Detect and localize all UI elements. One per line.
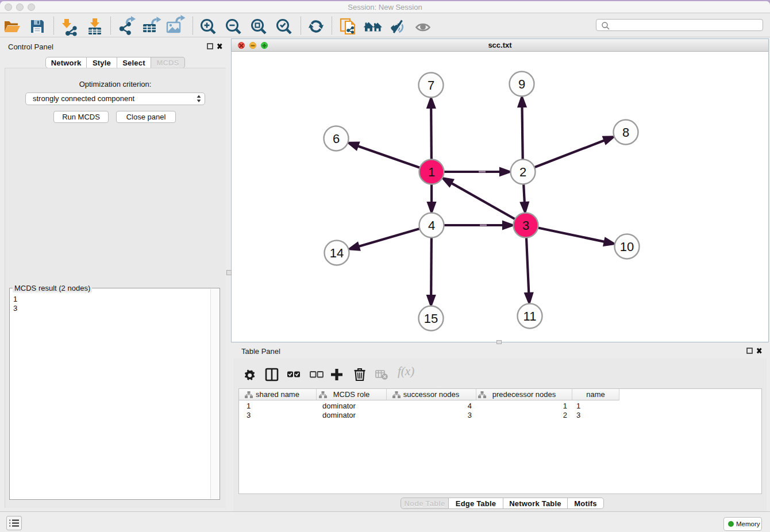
svg-text:10: 10: [620, 240, 634, 254]
svg-text:6: 6: [333, 132, 340, 146]
svg-text:11: 11: [523, 309, 537, 323]
svg-text:3: 3: [522, 218, 529, 233]
svg-text:9: 9: [518, 77, 525, 91]
svg-text:2: 2: [519, 165, 526, 179]
svg-text:1: 1: [428, 165, 435, 179]
svg-text:8: 8: [622, 125, 629, 140]
svg-text:14: 14: [330, 246, 344, 260]
svg-text:15: 15: [424, 311, 438, 326]
svg-text:7: 7: [428, 78, 434, 92]
svg-text:4: 4: [428, 218, 435, 233]
